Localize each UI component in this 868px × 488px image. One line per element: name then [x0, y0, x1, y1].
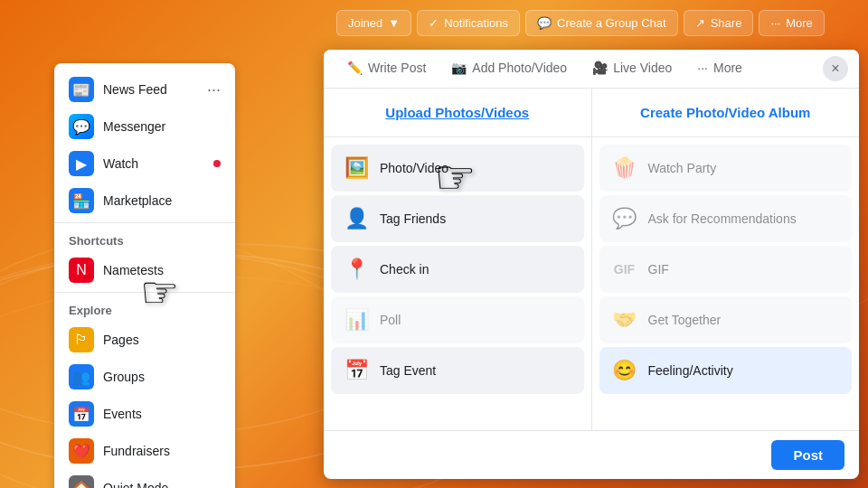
watch-party-label: Watch Party: [648, 161, 717, 175]
photo-video-label: Photo/Video: [380, 161, 448, 175]
groups-label: Groups: [103, 370, 145, 384]
sidebar-item-quiet-mode[interactable]: 🏠 Quiet Mode: [58, 470, 231, 488]
sidebar-item-marketplace[interactable]: 🏪 Marketplace: [58, 183, 231, 219]
watch-party-icon: 🍿: [610, 154, 639, 183]
poll-label: Poll: [380, 313, 401, 327]
sidebar-item-news-feed[interactable]: 📰 News Feed ···: [58, 71, 231, 108]
checkmark-icon: ✓: [429, 16, 439, 30]
groups-icon: 👥: [69, 364, 94, 389]
check-in-icon: 📍: [342, 255, 371, 284]
option-watch-party: 🍿 Watch Party: [599, 145, 853, 192]
pages-label: Pages: [103, 333, 139, 347]
option-tag-friends[interactable]: 👤 Tag Friends: [331, 195, 584, 242]
group-chat-icon: 💬: [537, 16, 552, 30]
tag-friends-label: Tag Friends: [380, 211, 446, 226]
create-album-label: Create Photo/Video Album: [640, 105, 810, 120]
top-nav: Joined ▼ ✓ Notifications 💬 Create a Grou…: [326, 0, 868, 45]
write-post-icon: ✏️: [347, 61, 363, 75]
events-icon: 📅: [69, 401, 94, 427]
photo-video-icon: 🖼️: [342, 154, 371, 183]
joined-chevron: ▼: [388, 16, 400, 30]
feeling-activity-icon: 😊: [610, 356, 639, 385]
sidebar: 📰 News Feed ··· 💬 Messenger ▶ Watch 🏪 Ma…: [54, 63, 235, 488]
tab-write-post[interactable]: ✏️ Write Post: [335, 50, 439, 88]
watch-label: Watch: [103, 156, 138, 171]
sidebar-item-nametests[interactable]: N Nametests: [58, 252, 231, 288]
option-ask-recommendations: 💬 Ask for Recommendations: [599, 195, 853, 242]
watch-notification-dot: [213, 160, 221, 167]
tab-more-label: More: [713, 61, 742, 75]
news-feed-label: News Feed: [103, 82, 167, 97]
live-video-icon: 🎥: [592, 61, 608, 75]
more-label: More: [786, 16, 813, 30]
marketplace-icon: 🏪: [69, 188, 94, 213]
joined-label: Joined: [348, 16, 382, 30]
joined-button[interactable]: Joined ▼: [336, 10, 411, 36]
live-video-label: Live Video: [613, 61, 672, 75]
main-panel: ✏️ Write Post 📷 Add Photo/Video 🎥 Live V…: [324, 50, 859, 479]
option-poll: 📊 Poll: [331, 296, 584, 343]
messenger-label: Messenger: [103, 119, 165, 134]
tab-add-photo[interactable]: 📷 Add Photo/Video: [439, 50, 580, 88]
check-in-label: Check in: [380, 262, 429, 277]
create-album-button[interactable]: Create Photo/Video Album: [592, 89, 860, 136]
get-together-icon: 🤝: [610, 305, 639, 334]
option-photo-video[interactable]: 🖼️ Photo/Video: [331, 145, 584, 192]
nametests-label: Nametests: [103, 263, 164, 277]
add-photo-label: Add Photo/Video: [472, 61, 567, 75]
share-label: Share: [711, 16, 742, 30]
watch-icon: ▶: [69, 151, 94, 176]
sidebar-item-pages[interactable]: 🏳 Pages: [58, 322, 231, 358]
add-photo-icon: 📷: [451, 61, 467, 75]
more-dots-icon: ···: [770, 16, 780, 30]
nametests-icon: N: [69, 258, 94, 283]
options-grid: 🖼️ Photo/Video 👤 Tag Friends 📍 Check in …: [324, 137, 859, 430]
tag-friends-icon: 👤: [342, 204, 371, 233]
tab-more[interactable]: ··· More: [684, 50, 755, 88]
pages-icon: 🏳: [69, 327, 94, 352]
sidebar-item-groups[interactable]: 👥 Groups: [58, 359, 231, 395]
sidebar-divider-1: [54, 222, 235, 223]
events-label: Events: [103, 407, 142, 421]
news-feed-icon: 📰: [69, 77, 94, 102]
quiet-mode-label: Quiet Mode: [103, 481, 168, 488]
sidebar-item-watch[interactable]: ▶ Watch: [58, 145, 231, 182]
notifications-label: Notifications: [444, 16, 508, 30]
fundraisers-label: Fundraisers: [103, 444, 170, 458]
sidebar-item-messenger[interactable]: 💬 Messenger: [58, 108, 231, 145]
sidebar-item-fundraisers[interactable]: ❤️ Fundraisers: [58, 433, 231, 469]
share-button[interactable]: ↗ Share: [684, 10, 754, 36]
shortcuts-section-label: Shortcuts: [54, 227, 235, 251]
tag-event-label: Tag Event: [380, 363, 436, 378]
options-col-left: 🖼️ Photo/Video 👤 Tag Friends 📍 Check in …: [324, 137, 591, 430]
gif-label: GIF: [648, 262, 669, 277]
write-post-label: Write Post: [368, 61, 426, 75]
notifications-button[interactable]: ✓ Notifications: [417, 10, 520, 36]
sidebar-item-events[interactable]: 📅 Events: [58, 396, 231, 432]
tab-live-video[interactable]: 🎥 Live Video: [580, 50, 684, 88]
poll-icon: 📊: [342, 305, 371, 334]
gif-icon: GIF: [610, 255, 639, 284]
upload-photos-label: Upload Photos/Videos: [385, 105, 529, 120]
post-button[interactable]: Post: [771, 440, 844, 470]
group-chat-button[interactable]: 💬 Create a Group Chat: [525, 10, 678, 36]
upload-photos-button[interactable]: Upload Photos/Videos: [324, 89, 592, 136]
panel-footer: Post: [324, 430, 859, 479]
quiet-mode-icon: 🏠: [69, 475, 94, 488]
close-button[interactable]: ×: [823, 56, 848, 81]
tab-bar: ✏️ Write Post 📷 Add Photo/Video 🎥 Live V…: [324, 50, 859, 89]
option-tag-event[interactable]: 📅 Tag Event: [331, 347, 584, 394]
ask-recommendations-label: Ask for Recommendations: [648, 211, 797, 226]
fundraisers-icon: ❤️: [69, 438, 94, 464]
upload-row: Upload Photos/Videos Create Photo/Video …: [324, 89, 859, 137]
share-icon: ↗: [695, 16, 705, 30]
more-button[interactable]: ··· More: [759, 10, 824, 36]
sidebar-divider-2: [54, 292, 235, 293]
tag-event-icon: 📅: [342, 356, 371, 385]
group-chat-label: Create a Group Chat: [557, 16, 666, 30]
option-check-in[interactable]: 📍 Check in: [331, 246, 584, 293]
more-dots-icon: ···: [207, 80, 221, 99]
ask-recommendations-icon: 💬: [610, 204, 639, 233]
feeling-activity-label: Feeling/Activity: [648, 363, 733, 378]
option-feeling-activity[interactable]: 😊 Feeling/Activity: [599, 347, 853, 394]
